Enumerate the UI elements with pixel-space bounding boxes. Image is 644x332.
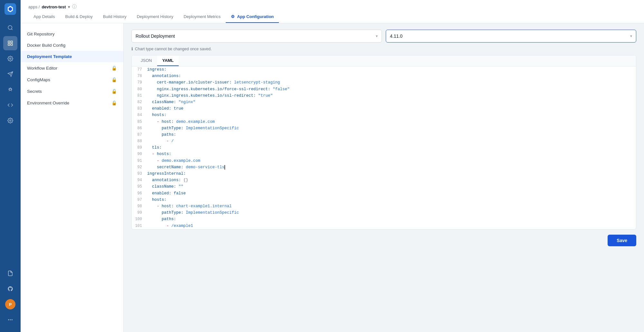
workflow-editor-lock-icon: 🔒 (111, 65, 117, 71)
devtron-logo (5, 3, 16, 15)
editor-tabs: JSON YAML (132, 55, 636, 66)
nav-search[interactable] (3, 21, 17, 35)
code-line-93: 93ingressInternal: (132, 171, 636, 177)
editor-tab-yaml[interactable]: YAML (157, 55, 179, 66)
breadcrumb-info-icon[interactable]: ⓘ (72, 4, 77, 10)
tab-deployment-metrics[interactable]: Deployment Metrics (178, 11, 226, 23)
sidebar-panel: Git Repository Docker Build Config Deplo… (21, 23, 124, 332)
code-line-78: 78 annotations: (132, 73, 636, 79)
chart-type-dropdown[interactable]: Rollout Deployment ▾ (131, 30, 382, 43)
sidebar-item-configmaps[interactable]: ConfigMaps 🔒 (21, 74, 123, 85)
code-line-95: 95 className: "" (132, 183, 636, 190)
chart-type-chevron: ▾ (376, 34, 378, 38)
code-line-87: 87 paths: (132, 132, 636, 138)
code-line-98: 98 - host: chart-example1.internal (132, 203, 636, 210)
top-header: apps / devtron-test ▾ ⓘ App Details Buil… (21, 0, 644, 23)
code-line-96: 96 enabled: false (132, 190, 636, 197)
code-line-79: 79 cert-manager.io/cluster-issuer: letse… (132, 79, 636, 86)
code-line-89: 89 tls: (132, 144, 636, 151)
icon-sidebar: P (0, 0, 21, 332)
code-editor[interactable]: 77ingress:78 annotations:79 cert-manager… (132, 66, 636, 229)
nav-docs[interactable] (3, 266, 17, 280)
nav-gear[interactable] (3, 113, 17, 128)
code-line-84: 84 hosts: (132, 112, 636, 118)
tab-app-configuration[interactable]: ⚙ App Configuration (226, 11, 279, 23)
editor-tab-json[interactable]: JSON (136, 55, 157, 66)
code-line-99: 99 pathType: ImplementationSpecific (132, 210, 636, 216)
tab-build-history[interactable]: Build History (98, 11, 132, 23)
save-button[interactable]: Save (608, 235, 636, 246)
nav-settings[interactable] (3, 52, 17, 66)
breadcrumb: apps / devtron-test ▾ ⓘ (28, 0, 636, 11)
sidebar-item-git-repository[interactable]: Git Repository (21, 28, 123, 40)
gear-tab-icon: ⚙ (231, 14, 235, 19)
secrets-lock-icon: 🔒 (111, 89, 117, 94)
nav-more[interactable] (3, 313, 17, 327)
info-text: Chart type cannot be changed once saved. (135, 47, 212, 51)
tab-deployment-history[interactable]: Deployment History (132, 11, 178, 23)
svg-point-11 (8, 319, 9, 320)
code-line-86: 86 pathType: ImplementationSpecific (132, 125, 636, 132)
code-line-80: 80 nginx.ingress.kubernetes.io/force-ssl… (132, 86, 636, 93)
nav-tabs: App Details Build & Deploy Build History… (28, 11, 636, 23)
svg-point-12 (10, 319, 11, 320)
chart-version-dropdown[interactable]: 4.11.0 ▾ (386, 30, 636, 43)
code-line-91: 91 - demo.example.com (132, 158, 636, 164)
info-bar: ℹ Chart type cannot be changed once save… (131, 46, 636, 51)
sidebar-item-docker-build-config[interactable]: Docker Build Config (21, 40, 123, 51)
logo[interactable] (0, 0, 21, 18)
svg-point-8 (10, 58, 11, 60)
code-line-85: 85 - host: demo.example.com (132, 119, 636, 125)
code-line-92: 92 secretName: demo-service-tls (132, 164, 636, 171)
dropdown-row: Rollout Deployment ▾ 4.11.0 ▾ (131, 30, 636, 43)
save-area: Save (131, 229, 636, 246)
code-line-82: 82 className: "nginx" (132, 99, 636, 105)
code-line-97: 97 hosts: (132, 197, 636, 203)
sidebar-item-environment-override[interactable]: Environment Override 🔒 (21, 97, 123, 109)
chart-version-value: 4.11.0 (390, 34, 402, 39)
nav-deploy[interactable] (3, 67, 17, 81)
nav-code[interactable] (3, 98, 17, 112)
code-line-88: 88 - / (132, 138, 636, 144)
tab-app-details[interactable]: App Details (28, 11, 60, 23)
svg-point-13 (12, 319, 13, 320)
body-layout: Git Repository Docker Build Config Deplo… (21, 23, 644, 332)
svg-rect-5 (11, 41, 13, 43)
info-icon: ℹ (131, 46, 133, 51)
sidebar-item-secrets[interactable]: Secrets 🔒 (21, 85, 123, 97)
editor-card: JSON YAML 77ingress:78 annotations:79 ce… (131, 55, 636, 229)
chart-version-chevron: ▾ (630, 34, 632, 38)
tab-build-deploy[interactable]: Build & Deploy (60, 11, 98, 23)
svg-line-3 (11, 29, 12, 30)
user-avatar: P (5, 299, 15, 309)
svg-point-10 (10, 120, 11, 122)
code-line-101: 101 - /example1 (132, 223, 636, 229)
main-area: apps / devtron-test ▾ ⓘ App Details Buil… (21, 0, 644, 332)
code-line-100: 100 paths: (132, 216, 636, 222)
chart-type-value: Rollout Deployment (136, 34, 175, 39)
bottom-icons: P (3, 266, 17, 332)
sidebar-item-workflow-editor[interactable]: Workflow Editor 🔒 (21, 62, 123, 74)
nav-icons (0, 18, 21, 266)
code-line-83: 83 enabled: true (132, 105, 636, 112)
svg-rect-4 (8, 41, 10, 43)
content-panel: Rollout Deployment ▾ 4.11.0 ▾ ℹ Chart ty… (124, 23, 644, 332)
sidebar-item-deployment-template[interactable]: Deployment Template (21, 51, 123, 62)
svg-point-9 (9, 88, 11, 90)
breadcrumb-prefix: apps / (28, 5, 40, 9)
breadcrumb-app-name: devtron-test (42, 5, 66, 9)
configmaps-lock-icon: 🔒 (111, 77, 117, 82)
svg-point-2 (8, 25, 12, 29)
svg-rect-6 (8, 44, 10, 45)
code-line-94: 94 annotations: {} (132, 177, 636, 183)
nav-apps[interactable] (3, 36, 17, 50)
code-line-90: 90 - hosts: (132, 151, 636, 157)
svg-rect-7 (11, 44, 13, 45)
code-line-81: 81 nginx.ingress.kubernetes.io/ssl-redir… (132, 93, 636, 99)
nav-bug[interactable] (3, 83, 17, 97)
breadcrumb-dropdown-icon[interactable]: ▾ (68, 5, 70, 9)
code-line-77: 77ingress: (132, 66, 636, 73)
env-override-lock-icon: 🔒 (111, 100, 117, 105)
nav-avatar[interactable]: P (3, 297, 17, 311)
nav-github[interactable] (3, 282, 17, 296)
